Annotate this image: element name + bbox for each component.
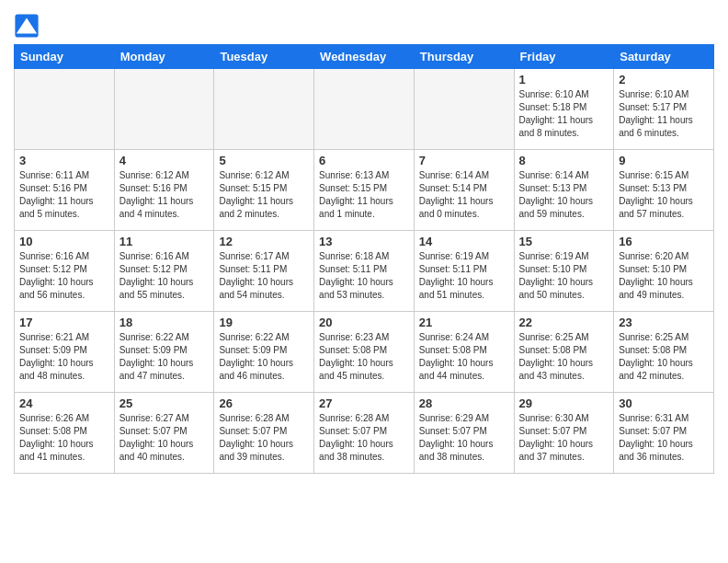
day-number: 8 <box>519 154 609 167</box>
weekday-header-tuesday: Tuesday <box>214 45 314 69</box>
day-info: Sunrise: 6:26 AM Sunset: 5:08 PM Dayligh… <box>19 412 109 464</box>
day-info: Sunrise: 6:25 AM Sunset: 5:08 PM Dayligh… <box>619 331 709 383</box>
weekday-header-friday: Friday <box>514 45 614 69</box>
day-number: 5 <box>219 154 309 167</box>
day-number: 13 <box>319 235 409 248</box>
day-number: 15 <box>519 235 609 248</box>
day-number: 4 <box>119 154 210 167</box>
day-cell: 1Sunrise: 6:10 AM Sunset: 5:18 PM Daylig… <box>514 69 614 150</box>
day-cell: 7Sunrise: 6:14 AM Sunset: 5:14 PM Daylig… <box>414 150 514 231</box>
day-info: Sunrise: 6:12 AM Sunset: 5:15 PM Dayligh… <box>219 169 309 221</box>
day-number: 24 <box>19 396 109 410</box>
day-number: 20 <box>319 316 409 329</box>
day-info: Sunrise: 6:21 AM Sunset: 5:09 PM Dayligh… <box>19 331 109 383</box>
day-cell: 13Sunrise: 6:18 AM Sunset: 5:11 PM Dayli… <box>314 231 415 312</box>
day-number: 19 <box>219 316 309 329</box>
day-info: Sunrise: 6:12 AM Sunset: 5:16 PM Dayligh… <box>119 169 210 221</box>
day-cell: 28Sunrise: 6:29 AM Sunset: 5:07 PM Dayli… <box>414 393 514 474</box>
day-info: Sunrise: 6:25 AM Sunset: 5:08 PM Dayligh… <box>519 331 609 383</box>
page: SundayMondayTuesdayWednesdayThursdayFrid… <box>0 0 728 483</box>
weekday-header-monday: Monday <box>114 45 214 69</box>
day-cell: 17Sunrise: 6:21 AM Sunset: 5:09 PM Dayli… <box>15 312 115 393</box>
day-cell: 12Sunrise: 6:17 AM Sunset: 5:11 PM Dayli… <box>214 231 314 312</box>
day-number: 22 <box>519 316 609 329</box>
day-number: 3 <box>19 154 109 167</box>
week-row-4: 17Sunrise: 6:21 AM Sunset: 5:09 PM Dayli… <box>15 312 714 393</box>
day-number: 26 <box>219 396 309 410</box>
day-number: 21 <box>419 316 509 329</box>
week-row-3: 10Sunrise: 6:16 AM Sunset: 5:12 PM Dayli… <box>15 231 714 312</box>
day-cell: 22Sunrise: 6:25 AM Sunset: 5:08 PM Dayli… <box>514 312 614 393</box>
day-number: 10 <box>19 235 109 248</box>
day-cell: 26Sunrise: 6:28 AM Sunset: 5:07 PM Dayli… <box>214 393 314 474</box>
day-info: Sunrise: 6:20 AM Sunset: 5:10 PM Dayligh… <box>619 250 709 302</box>
day-number: 2 <box>619 73 709 86</box>
day-info: Sunrise: 6:16 AM Sunset: 5:12 PM Dayligh… <box>19 250 109 302</box>
day-cell: 18Sunrise: 6:22 AM Sunset: 5:09 PM Dayli… <box>114 312 214 393</box>
day-number: 11 <box>119 235 210 248</box>
calendar-table: SundayMondayTuesdayWednesdayThursdayFrid… <box>14 44 714 474</box>
logo-icon <box>14 13 40 39</box>
day-cell: 29Sunrise: 6:30 AM Sunset: 5:07 PM Dayli… <box>514 393 614 474</box>
day-number: 12 <box>219 235 309 248</box>
day-cell: 23Sunrise: 6:25 AM Sunset: 5:08 PM Dayli… <box>614 312 714 393</box>
day-info: Sunrise: 6:11 AM Sunset: 5:16 PM Dayligh… <box>19 169 109 221</box>
day-number: 17 <box>19 316 109 329</box>
weekday-header-wednesday: Wednesday <box>314 45 415 69</box>
day-cell: 4Sunrise: 6:12 AM Sunset: 5:16 PM Daylig… <box>114 150 214 231</box>
day-cell: 19Sunrise: 6:22 AM Sunset: 5:09 PM Dayli… <box>214 312 314 393</box>
day-info: Sunrise: 6:23 AM Sunset: 5:08 PM Dayligh… <box>319 331 409 383</box>
day-cell: 20Sunrise: 6:23 AM Sunset: 5:08 PM Dayli… <box>314 312 415 393</box>
day-number: 6 <box>319 154 409 167</box>
day-cell <box>314 69 415 150</box>
weekday-header-sunday: Sunday <box>15 45 115 69</box>
day-info: Sunrise: 6:15 AM Sunset: 5:13 PM Dayligh… <box>619 169 709 221</box>
day-cell: 21Sunrise: 6:24 AM Sunset: 5:08 PM Dayli… <box>414 312 514 393</box>
day-info: Sunrise: 6:16 AM Sunset: 5:12 PM Dayligh… <box>119 250 210 302</box>
day-cell: 30Sunrise: 6:31 AM Sunset: 5:07 PM Dayli… <box>614 393 714 474</box>
day-info: Sunrise: 6:27 AM Sunset: 5:07 PM Dayligh… <box>119 412 210 464</box>
day-cell: 3Sunrise: 6:11 AM Sunset: 5:16 PM Daylig… <box>15 150 115 231</box>
week-row-5: 24Sunrise: 6:26 AM Sunset: 5:08 PM Dayli… <box>15 393 714 474</box>
day-info: Sunrise: 6:28 AM Sunset: 5:07 PM Dayligh… <box>219 412 309 464</box>
day-info: Sunrise: 6:13 AM Sunset: 5:15 PM Dayligh… <box>319 169 409 221</box>
day-cell: 10Sunrise: 6:16 AM Sunset: 5:12 PM Dayli… <box>15 231 115 312</box>
day-number: 23 <box>619 316 709 329</box>
weekday-header-thursday: Thursday <box>414 45 514 69</box>
day-info: Sunrise: 6:31 AM Sunset: 5:07 PM Dayligh… <box>619 412 709 464</box>
day-number: 14 <box>419 235 509 248</box>
day-info: Sunrise: 6:28 AM Sunset: 5:07 PM Dayligh… <box>319 412 409 464</box>
day-info: Sunrise: 6:10 AM Sunset: 5:18 PM Dayligh… <box>519 88 609 140</box>
day-number: 16 <box>619 235 709 248</box>
header-area <box>14 9 714 39</box>
day-info: Sunrise: 6:10 AM Sunset: 5:17 PM Dayligh… <box>619 88 709 140</box>
day-cell <box>114 69 214 150</box>
day-cell: 8Sunrise: 6:14 AM Sunset: 5:13 PM Daylig… <box>514 150 614 231</box>
logo <box>14 13 43 39</box>
day-number: 1 <box>519 73 609 86</box>
day-cell: 27Sunrise: 6:28 AM Sunset: 5:07 PM Dayli… <box>314 393 415 474</box>
day-number: 18 <box>119 316 210 329</box>
day-number: 7 <box>419 154 509 167</box>
day-info: Sunrise: 6:29 AM Sunset: 5:07 PM Dayligh… <box>419 412 509 464</box>
day-info: Sunrise: 6:30 AM Sunset: 5:07 PM Dayligh… <box>519 412 609 464</box>
day-cell: 9Sunrise: 6:15 AM Sunset: 5:13 PM Daylig… <box>614 150 714 231</box>
day-cell: 2Sunrise: 6:10 AM Sunset: 5:17 PM Daylig… <box>614 69 714 150</box>
day-cell <box>414 69 514 150</box>
weekday-header-saturday: Saturday <box>614 45 714 69</box>
weekday-header-row: SundayMondayTuesdayWednesdayThursdayFrid… <box>15 45 714 69</box>
day-info: Sunrise: 6:22 AM Sunset: 5:09 PM Dayligh… <box>219 331 309 383</box>
day-cell: 15Sunrise: 6:19 AM Sunset: 5:10 PM Dayli… <box>514 231 614 312</box>
day-cell <box>214 69 314 150</box>
day-number: 29 <box>519 396 609 410</box>
day-number: 28 <box>419 396 509 410</box>
day-info: Sunrise: 6:19 AM Sunset: 5:11 PM Dayligh… <box>419 250 509 302</box>
day-info: Sunrise: 6:18 AM Sunset: 5:11 PM Dayligh… <box>319 250 409 302</box>
day-cell: 6Sunrise: 6:13 AM Sunset: 5:15 PM Daylig… <box>314 150 415 231</box>
day-cell: 25Sunrise: 6:27 AM Sunset: 5:07 PM Dayli… <box>114 393 214 474</box>
week-row-2: 3Sunrise: 6:11 AM Sunset: 5:16 PM Daylig… <box>15 150 714 231</box>
day-cell: 11Sunrise: 6:16 AM Sunset: 5:12 PM Dayli… <box>114 231 214 312</box>
day-cell: 24Sunrise: 6:26 AM Sunset: 5:08 PM Dayli… <box>15 393 115 474</box>
day-number: 9 <box>619 154 709 167</box>
day-info: Sunrise: 6:14 AM Sunset: 5:14 PM Dayligh… <box>419 169 509 221</box>
